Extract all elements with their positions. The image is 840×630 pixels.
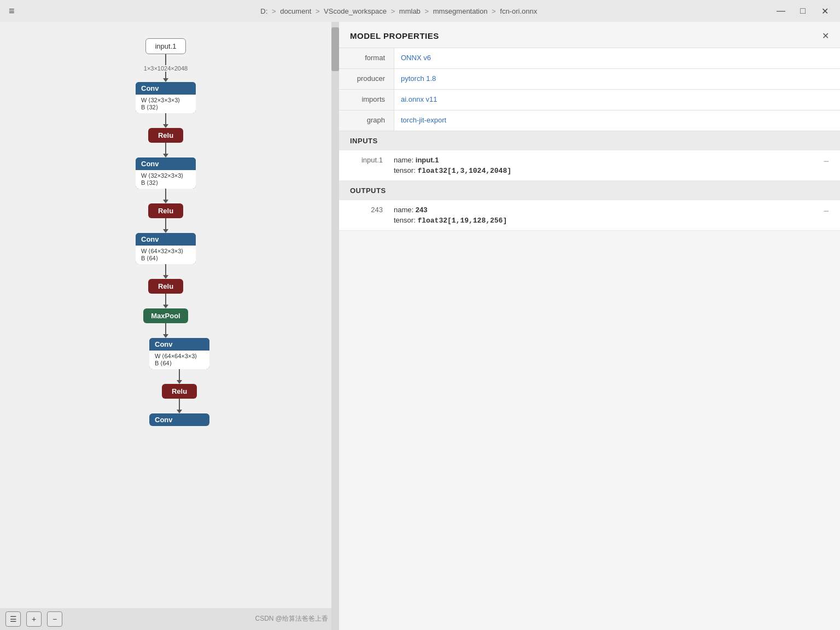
input-item-1: input.1 name: input.1 tensor: float32[1,… <box>339 150 840 181</box>
node-conv5[interactable]: Conv <box>149 413 209 426</box>
input-item-1-body: name: input.1 tensor: float32[1,3,1024,2… <box>394 156 818 175</box>
node-conv4-weight: W ⟨64×64×3×3⟩ <box>155 353 204 360</box>
connector-2 <box>163 113 168 128</box>
node-conv4[interactable]: Conv W ⟨64×64×3×3⟩ B ⟨64⟩ <box>149 338 209 369</box>
props-title: MODEL PROPERTIES <box>350 31 439 40</box>
window-close-button[interactable]: ✕ <box>818 4 831 18</box>
node-conv4-bias: B ⟨64⟩ <box>155 360 204 367</box>
output-tensor-label: tensor: <box>394 216 416 224</box>
path-part-2: document <box>280 7 311 15</box>
title-bar: ≡ D: > document > VScode_workspace > mml… <box>0 0 840 22</box>
input-tensor-label: tensor: <box>394 166 416 174</box>
node-conv1-body: W ⟨32×3×3×3⟩ B ⟨32⟩ <box>136 95 196 113</box>
node-conv2[interactable]: Conv W ⟨32×32×3×3⟩ B ⟨32⟩ <box>136 158 196 189</box>
input-tensor-value: float32[1,3,1024,2048] <box>417 167 511 175</box>
props-body: format ONNX v6 producer pytorch 1.8 impo… <box>339 48 840 630</box>
connector-3 <box>163 143 168 158</box>
properties-panel: MODEL PROPERTIES ✕ format ONNX v6 produc… <box>339 22 840 630</box>
output-item-1-body: name: 243 tensor: float32[1,19,128,256] <box>394 206 818 225</box>
connector-5 <box>163 218 168 233</box>
node-relu3[interactable]: Relu <box>148 279 183 294</box>
node-conv2-bias: B ⟨32⟩ <box>141 179 190 186</box>
prop-label-format: format <box>339 48 394 68</box>
node-conv1-weight: W ⟨32×3×3×3⟩ <box>141 97 190 104</box>
connector-8 <box>163 323 168 338</box>
node-conv1-bias: B ⟨32⟩ <box>141 104 190 111</box>
output-name-label: name: <box>394 206 413 214</box>
zoom-in-button[interactable]: + <box>26 611 42 627</box>
input-item-1-header: input.1 name: input.1 tensor: float32[1,… <box>339 150 840 180</box>
prop-value-imports: ai.onnx v11 <box>394 90 840 110</box>
path-part-1: D: <box>260 7 267 15</box>
dim-label-1: 1×3×1024×2048 <box>144 65 188 72</box>
title-path: D: > document > VScode_workspace > mmlab… <box>24 7 774 15</box>
input-item-1-tensor: tensor: float32[1,3,1024,2048] <box>394 166 818 175</box>
outputs-section-header: OUTPUTS <box>339 181 840 200</box>
zoom-out-icon: − <box>52 615 57 623</box>
main-layout: input.1 1×3×1024×2048 Conv W ⟨32×3×3×3⟩ … <box>0 22 840 630</box>
inputs-section-header: INPUTS <box>339 131 840 150</box>
connector-7 <box>163 294 168 308</box>
input-item-1-dash: − <box>818 156 829 167</box>
prop-label-imports: imports <box>339 90 394 110</box>
maxpool-row: MaxPool <box>143 308 188 323</box>
prop-label-graph: graph <box>339 110 394 131</box>
prop-row-producer: producer pytorch 1.8 <box>339 69 840 90</box>
list-icon: ☰ <box>10 615 17 623</box>
input-name-label: name: <box>394 156 413 164</box>
node-conv1-header: Conv <box>136 82 196 95</box>
output-item-1-name: name: 243 <box>394 206 818 214</box>
node-relu1[interactable]: Relu <box>148 128 183 143</box>
vline <box>165 72 166 78</box>
input-item-1-id: input.1 <box>350 156 394 164</box>
props-close-button[interactable]: ✕ <box>822 31 829 41</box>
node-conv3-bias: B ⟨64⟩ <box>141 255 190 262</box>
arrowhead <box>163 78 168 82</box>
output-item-1-tensor: tensor: float32[1,19,128,256] <box>394 216 818 225</box>
path-part-3: VScode_workspace <box>324 7 387 15</box>
connector-1: 1×3×1024×2048 <box>144 54 188 82</box>
path-part-5: mmsegmentation <box>433 7 488 15</box>
node-conv2-weight: W ⟨32×32×3×3⟩ <box>141 172 190 179</box>
graph-panel: input.1 1×3×1024×2048 Conv W ⟨32×3×3×3⟩ … <box>0 22 339 630</box>
minimize-button[interactable]: — <box>774 4 788 18</box>
menu-icon[interactable]: ≡ <box>9 5 15 17</box>
node-input1[interactable]: input.1 <box>145 38 185 54</box>
node-maxpool1[interactable]: MaxPool <box>143 308 188 323</box>
scrollbar-thumb[interactable] <box>331 27 339 71</box>
node-conv3-header: Conv <box>136 233 196 246</box>
output-name-value: 243 <box>416 206 428 214</box>
node-conv2-header: Conv <box>136 158 196 170</box>
node-conv5-header: Conv <box>149 413 209 426</box>
list-button[interactable]: ☰ <box>5 611 21 627</box>
node-relu2[interactable]: Relu <box>148 203 183 218</box>
maximize-button[interactable]: □ <box>796 4 809 18</box>
output-item-1-header: 243 name: 243 tensor: float32[1,19,128,2… <box>339 200 840 230</box>
props-header: MODEL PROPERTIES ✕ <box>339 22 840 48</box>
node-conv3[interactable]: Conv W ⟨64×32×3×3⟩ B ⟨64⟩ <box>136 233 196 264</box>
prop-value-graph: torch-jit-export <box>394 110 840 131</box>
node-conv3-weight: W ⟨64×32×3×3⟩ <box>141 248 190 255</box>
prop-row-imports: imports ai.onnx v11 <box>339 90 840 110</box>
prop-value-producer: pytorch 1.8 <box>394 69 840 89</box>
zoom-out-button[interactable]: − <box>47 611 62 627</box>
connector-9 <box>177 369 182 384</box>
window-controls: — □ ✕ <box>774 4 831 18</box>
watermark: CSDN @给算法爸爸上香 <box>255 614 328 623</box>
prop-label-producer: producer <box>339 69 394 89</box>
node-conv4-header: Conv <box>149 338 209 351</box>
vline <box>165 54 166 65</box>
path-part-4: mmlab <box>399 7 421 15</box>
graph-scrollbar[interactable] <box>331 22 339 630</box>
connector-4 <box>163 189 168 203</box>
node-relu4[interactable]: Relu <box>162 384 197 399</box>
output-item-1: 243 name: 243 tensor: float32[1,19,128,2… <box>339 200 840 231</box>
node-conv4-body: W ⟨64×64×3×3⟩ B ⟨64⟩ <box>149 351 209 369</box>
node-input1-label: input.1 <box>155 42 176 50</box>
input-name-value: input.1 <box>416 156 439 164</box>
output-item-1-dash: − <box>818 206 829 217</box>
node-conv2-body: W ⟨32×32×3×3⟩ B ⟨32⟩ <box>136 170 196 189</box>
zoom-in-icon: + <box>32 615 36 623</box>
prop-row-format: format ONNX v6 <box>339 48 840 69</box>
node-conv1[interactable]: Conv W ⟨32×3×3×3⟩ B ⟨32⟩ <box>136 82 196 113</box>
